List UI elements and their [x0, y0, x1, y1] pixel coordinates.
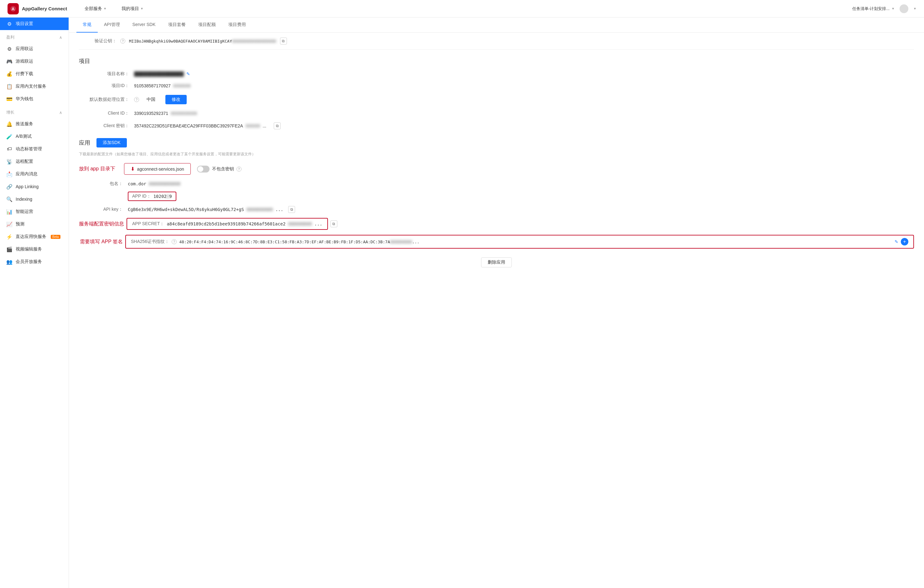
annotation-need-signature: 需要填写 APP 签名 — [79, 239, 123, 245]
sidebar-item-quick-app[interactable]: ⚡ 直达应用快服务 Beta — [0, 231, 69, 243]
sha256-edit-icon[interactable]: ✎ — [894, 239, 898, 244]
sidebar-item-paid-download[interactable]: 💰 付费下载 — [0, 68, 69, 80]
sidebar-item-app-union[interactable]: ⚙ 应用联运 — [0, 43, 69, 55]
sidebar-item-game-union[interactable]: 🎮 游戏联运 — [0, 55, 69, 68]
sidebar-item-member-service[interactable]: 👥 会员开放服务 — [0, 255, 69, 268]
sidebar-item-label-paid-download: 付费下载 — [16, 71, 33, 77]
data-location-help-icon[interactable]: ? — [134, 97, 139, 102]
download-btn-label: agconnect-services.json — [137, 166, 184, 171]
verify-key-blur: XXXXXXXXXXXXXXXXXX — [232, 39, 276, 43]
app-section-title: 应用 — [79, 139, 90, 147]
delete-app-button[interactable]: 删除应用 — [481, 257, 512, 267]
tab-project-quota-label: 项目配额 — [198, 22, 216, 27]
project-name-edit-icon[interactable]: ✎ — [186, 71, 190, 76]
app-id-row: APP ID： 10202X9 — [79, 192, 914, 201]
sha256-blur: XXXXXXXXX — [390, 239, 412, 244]
section-label-growth: 增长 — [6, 110, 15, 115]
tab-general-label: 常规 — [82, 22, 91, 27]
logo-text: AppGallery Connect — [22, 6, 67, 11]
client-id-blur: XXXXXXXXX — [171, 111, 197, 116]
project-id-label: 项目ID： — [79, 83, 129, 89]
modify-button[interactable]: 修改 — [165, 95, 186, 104]
app-secret-row: 服务端配置密钥信息 APP SECRET： a84c8eafd9189cd2b5… — [79, 218, 914, 230]
verify-key-help-icon[interactable]: ? — [120, 38, 125, 43]
app-id-blur: X — [167, 194, 169, 199]
tab-api-mgmt[interactable]: API管理 — [98, 18, 126, 33]
project-name-row: 项目名称： ████████████████ ✎ — [79, 71, 914, 77]
no-key-toggle[interactable] — [197, 166, 210, 173]
predict-icon: 📈 — [6, 221, 13, 227]
download-config-button[interactable]: ⬇ agconnect-services.json — [124, 163, 191, 175]
smart-ops-icon: 📊 — [6, 209, 13, 215]
svg-text:A: A — [12, 7, 15, 11]
section-label-profit: 盈利 — [6, 35, 15, 40]
sidebar-item-ab-test[interactable]: 🧪 A/B测试 — [0, 130, 69, 143]
tab-project-fee[interactable]: 项目费用 — [222, 18, 252, 33]
api-key-row: API key： CgB6e3x9E/RH6wd+skDewAL5D/Rs6yk… — [79, 206, 914, 213]
app-secret-copy-button[interactable]: ⧉ — [330, 221, 337, 227]
sha256-help-icon[interactable]: ? — [172, 239, 177, 244]
tab-general[interactable]: 常规 — [76, 18, 98, 33]
sidebar-item-video-edit[interactable]: 🎬 视频编辑服务 — [0, 243, 69, 255]
sidebar-item-predict[interactable]: 📈 预测 — [0, 218, 69, 231]
client-secret-label: Client 密钥： — [79, 123, 129, 128]
nav-my-projects-chevron: ▼ — [140, 7, 144, 10]
annotation-server-config: 服务端配置密钥信息 — [79, 221, 124, 227]
client-id-row: Client ID： 33901935292371XXXXXXXXX — [79, 110, 914, 116]
client-id-value: 33901935292371XXXXXXXXX — [134, 111, 197, 116]
add-sdk-button[interactable]: 添加SDK — [96, 138, 127, 147]
nav-all-services-label: 全部服务 — [84, 6, 102, 12]
sidebar-item-project-settings[interactable]: ⚙ 项目设置 — [0, 18, 69, 30]
sidebar-item-label-app-linking: App Linking — [16, 184, 38, 189]
api-key-blur: XXXXXXXXXX — [246, 207, 273, 212]
task-label: 任务清单-计划安排... — [852, 6, 889, 12]
tab-server-sdk-label: Server SDK — [132, 22, 156, 27]
section-header-profit: 盈利 ∧ — [0, 30, 69, 43]
settings-icon: ⚙ — [6, 21, 13, 27]
sidebar-item-push[interactable]: 🔔 推送服务 — [0, 118, 69, 130]
tab-project-package[interactable]: 项目套餐 — [162, 18, 192, 33]
client-secret-value: 357492C229D51FEBAE4ECA29FFF03BBC39297FE2… — [134, 124, 266, 128]
verify-key-copy-button[interactable]: ⧉ — [280, 38, 287, 44]
sidebar-item-tag-mgmt[interactable]: 🏷 动态标签管理 — [0, 143, 69, 155]
sidebar-item-in-app-msg[interactable]: 📩 应用内消息 — [0, 168, 69, 180]
member-service-icon: 👥 — [6, 259, 13, 265]
api-key-copy-button[interactable]: ⧉ — [288, 206, 295, 213]
tab-project-quota[interactable]: 项目配额 — [192, 18, 222, 33]
tab-project-package-label: 项目套餐 — [168, 22, 186, 27]
toggle-help-icon[interactable]: ? — [236, 166, 241, 171]
download-config-section: 放到 app 目录下 ⬇ agconnect-services.json 不包含… — [79, 163, 914, 175]
sidebar-item-label-in-app-msg: 应用内消息 — [16, 171, 38, 177]
sidebar-item-label-in-app-payment: 应用内支付服务 — [16, 84, 46, 89]
task-item[interactable]: 任务清单-计划安排... ▼ — [852, 6, 894, 12]
nav-all-services[interactable]: 全部服务 ▼ — [82, 5, 109, 13]
sidebar: ⚙ 项目设置 盈利 ∧ ⚙ 应用联运 🎮 游戏联运 💰 付费下载 📋 应用内支付… — [0, 18, 69, 588]
sidebar-item-label-project-settings: 项目设置 — [16, 21, 33, 26]
sidebar-item-indexing[interactable]: 🔍 Indexing — [0, 193, 69, 205]
client-secret-copy-button[interactable]: ⧉ — [274, 122, 280, 129]
sidebar-item-wallet[interactable]: 💳 华为钱包 — [0, 93, 69, 105]
project-section-title: 项目 — [79, 57, 914, 65]
app-union-icon: ⚙ — [6, 46, 13, 52]
project-name-label: 项目名称： — [79, 71, 129, 77]
beta-badge: Beta — [51, 235, 61, 239]
tab-server-sdk[interactable]: Server SDK — [126, 18, 162, 33]
sidebar-item-in-app-payment[interactable]: 📋 应用内支付服务 — [0, 80, 69, 93]
sidebar-item-smart-ops[interactable]: 📊 智能运营 — [0, 205, 69, 218]
sha256-add-button[interactable]: + — [901, 238, 908, 245]
sidebar-item-remote-config[interactable]: 📡 远程配置 — [0, 155, 69, 168]
in-app-payment-icon: 📋 — [6, 83, 13, 89]
section-chevron-profit: ∧ — [59, 35, 62, 40]
nav-my-projects-label: 我的项目 — [122, 6, 139, 12]
annotation-put-in-app-dir: 放到 app 目录下 — [79, 166, 115, 172]
nav-my-projects[interactable]: 我的项目 ▼ — [119, 5, 146, 13]
sidebar-item-app-linking[interactable]: 🔗 App Linking — [0, 180, 69, 193]
data-location-value: 中国 — [147, 97, 155, 102]
verify-key-value: MIIBoJANBgkqhkiG9w0BAQEFAAOCAY8AMIIBIgKC… — [129, 39, 276, 43]
sidebar-item-label-member-service: 会员开放服务 — [16, 259, 42, 265]
push-icon: 🔔 — [6, 121, 13, 127]
verify-key-label: 验证公钥： — [79, 38, 117, 44]
package-name-value: com.dorXXXXXXXXXXXX — [128, 181, 180, 186]
avatar[interactable] — [899, 4, 908, 13]
sidebar-item-label-game-union: 游戏联运 — [16, 59, 33, 64]
